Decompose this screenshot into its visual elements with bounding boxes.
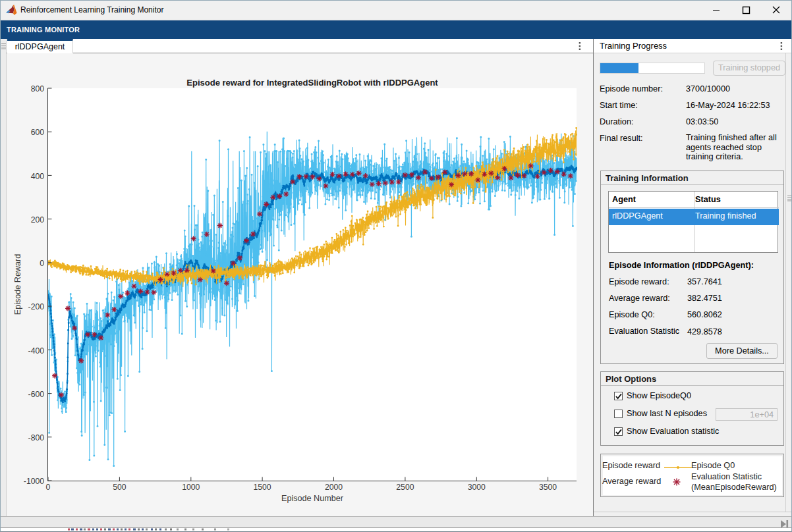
svg-text:Episode Reward: Episode Reward bbox=[13, 254, 22, 315]
svg-text:400: 400 bbox=[31, 172, 45, 181]
svg-text:3500: 3500 bbox=[539, 483, 557, 492]
svg-text:-1000: -1000 bbox=[24, 477, 44, 486]
svg-text:600: 600 bbox=[31, 128, 45, 137]
svg-text:800: 800 bbox=[31, 84, 45, 93]
svg-text:500: 500 bbox=[113, 483, 127, 492]
svg-text:3000: 3000 bbox=[468, 483, 486, 492]
svg-text:Episode reward for IntegratedS: Episode reward for IntegratedSlidingRobo… bbox=[186, 78, 438, 88]
svg-text:0: 0 bbox=[46, 483, 51, 492]
svg-text:1500: 1500 bbox=[254, 483, 271, 492]
svg-text:200: 200 bbox=[31, 215, 45, 225]
svg-text:-200: -200 bbox=[28, 302, 45, 311]
svg-text:2000: 2000 bbox=[325, 483, 343, 492]
svg-text:-600: -600 bbox=[28, 390, 45, 399]
svg-text:Episode Number: Episode Number bbox=[281, 494, 343, 503]
svg-text:0: 0 bbox=[40, 259, 44, 268]
svg-text:1000: 1000 bbox=[182, 483, 200, 492]
svg-text:2500: 2500 bbox=[396, 483, 414, 492]
svg-text:-400: -400 bbox=[28, 346, 45, 356]
svg-text:-800: -800 bbox=[28, 433, 45, 442]
